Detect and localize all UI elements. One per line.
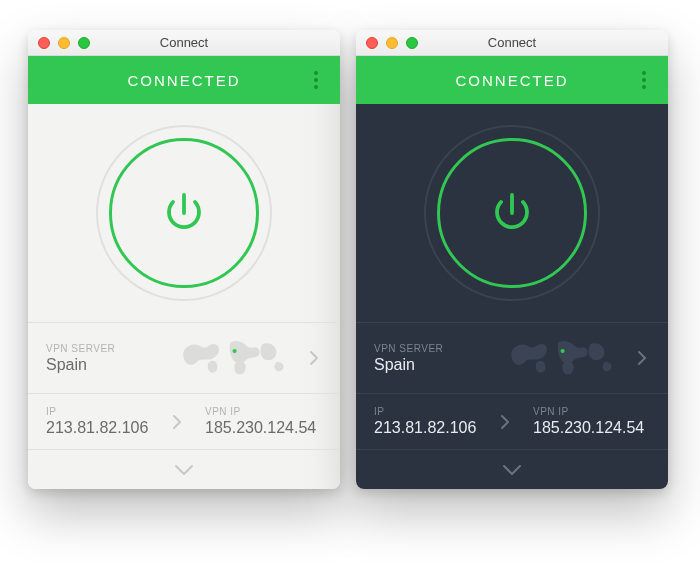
- arrow-right-icon: [169, 414, 185, 430]
- server-row[interactable]: VPN SERVER Spain: [356, 322, 668, 393]
- svg-point-0: [233, 349, 237, 353]
- ip-row: IP 213.81.82.106 VPN IP 185.230.124.54: [356, 393, 668, 449]
- ip-row: IP 213.81.82.106 VPN IP 185.230.124.54: [28, 393, 340, 449]
- close-icon[interactable]: [366, 37, 378, 49]
- window-title: Connect: [160, 35, 208, 50]
- chevron-down-icon: [501, 463, 523, 477]
- kebab-dot-icon: [642, 71, 646, 75]
- expand-button[interactable]: [28, 449, 340, 489]
- ip-block: IP 213.81.82.106: [46, 406, 163, 437]
- titlebar: Connect: [28, 30, 340, 56]
- menu-button[interactable]: [634, 56, 654, 104]
- traffic-lights: [38, 37, 90, 49]
- chevron-right-icon: [634, 350, 650, 366]
- ip-block: IP 213.81.82.106: [374, 406, 491, 437]
- titlebar: Connect: [356, 30, 668, 56]
- power-button[interactable]: [109, 138, 259, 288]
- main-panel: VPN SERVER Spain: [356, 104, 668, 489]
- vpn-ip-value: 185.230.124.54: [533, 419, 650, 437]
- power-area: [356, 104, 668, 322]
- vpn-ip-block: VPN IP 185.230.124.54: [519, 406, 650, 437]
- chevron-right-icon: [306, 350, 322, 366]
- world-map-icon: [508, 335, 620, 381]
- kebab-dot-icon: [642, 85, 646, 89]
- vpn-ip-label: VPN IP: [533, 406, 650, 417]
- menu-button[interactable]: [306, 56, 326, 104]
- chevron-down-icon: [173, 463, 195, 477]
- kebab-dot-icon: [314, 78, 318, 82]
- server-text: VPN SERVER Spain: [46, 343, 166, 374]
- minimize-icon[interactable]: [58, 37, 70, 49]
- server-row[interactable]: VPN SERVER Spain: [28, 322, 340, 393]
- status-bar: CONNECTED: [356, 56, 668, 104]
- power-area: [28, 104, 340, 322]
- ip-label: IP: [46, 406, 163, 417]
- kebab-dot-icon: [642, 78, 646, 82]
- vpn-ip-value: 185.230.124.54: [205, 419, 322, 437]
- maximize-icon[interactable]: [406, 37, 418, 49]
- ip-value: 213.81.82.106: [374, 419, 491, 437]
- server-value: Spain: [46, 356, 166, 374]
- expand-button[interactable]: [356, 449, 668, 489]
- main-panel: VPN SERVER Spain: [28, 104, 340, 489]
- status-bar: CONNECTED: [28, 56, 340, 104]
- traffic-lights: [366, 37, 418, 49]
- power-icon: [160, 189, 208, 237]
- vpn-ip-label: VPN IP: [205, 406, 322, 417]
- maximize-icon[interactable]: [78, 37, 90, 49]
- kebab-dot-icon: [314, 85, 318, 89]
- svg-point-1: [561, 349, 565, 353]
- server-label: VPN SERVER: [374, 343, 494, 354]
- connection-status: CONNECTED: [455, 72, 568, 89]
- ip-value: 213.81.82.106: [46, 419, 163, 437]
- app-window-light: Connect CONNECTED: [28, 30, 340, 489]
- server-label: VPN SERVER: [46, 343, 166, 354]
- server-text: VPN SERVER Spain: [374, 343, 494, 374]
- vpn-ip-block: VPN IP 185.230.124.54: [191, 406, 322, 437]
- ip-label: IP: [374, 406, 491, 417]
- world-map-icon: [180, 335, 292, 381]
- arrow-right-icon: [497, 414, 513, 430]
- window-title: Connect: [488, 35, 536, 50]
- connection-status: CONNECTED: [127, 72, 240, 89]
- power-button[interactable]: [437, 138, 587, 288]
- power-icon: [488, 189, 536, 237]
- close-icon[interactable]: [38, 37, 50, 49]
- app-window-dark: Connect CONNECTED: [356, 30, 668, 489]
- kebab-dot-icon: [314, 71, 318, 75]
- server-value: Spain: [374, 356, 494, 374]
- minimize-icon[interactable]: [386, 37, 398, 49]
